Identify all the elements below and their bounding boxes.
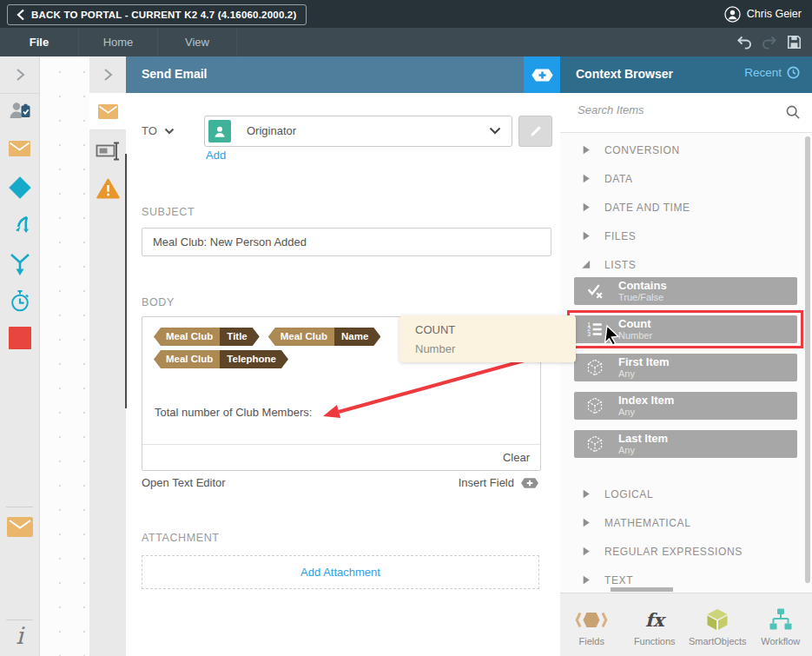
category-logical[interactable]: LOGICAL bbox=[560, 480, 812, 508]
category-label: REGULAR EXPRESSIONS bbox=[604, 546, 743, 558]
dock-tab-smartobjects[interactable]: SmartObjects bbox=[686, 603, 749, 646]
menu-tab-file[interactable]: File bbox=[0, 28, 79, 56]
undo-icon[interactable] bbox=[736, 34, 753, 51]
field-token[interactable]: Meal ClubName bbox=[268, 328, 381, 346]
user-task-icon[interactable] bbox=[0, 100, 39, 122]
category-data[interactable]: DATA bbox=[560, 164, 812, 193]
hexagon-plus-icon bbox=[520, 477, 539, 489]
function-subtitle: Any bbox=[618, 407, 635, 417]
category-label: LOGICAL bbox=[604, 488, 653, 500]
category-regular-expressions[interactable]: REGULAR EXPRESSIONS bbox=[560, 537, 812, 566]
category-mathematical[interactable]: MATHEMATICAL bbox=[560, 508, 812, 537]
redo-icon[interactable] bbox=[761, 34, 778, 51]
count-tooltip: COUNT Number bbox=[399, 315, 576, 362]
menu-tab-view[interactable]: View bbox=[158, 28, 237, 56]
menu-tab-home[interactable]: Home bbox=[79, 28, 158, 56]
expand-field-button[interactable] bbox=[524, 56, 560, 93]
category-label: DATA bbox=[604, 173, 633, 185]
recipient-dropdown[interactable]: Originator bbox=[204, 116, 512, 147]
field-token[interactable]: Meal ClubTitle bbox=[154, 328, 260, 346]
collapsed-triangle-icon bbox=[580, 143, 591, 156]
token-left: Meal Club bbox=[154, 328, 220, 346]
category-files[interactable]: FILES bbox=[560, 222, 812, 250]
warning-icon[interactable] bbox=[89, 178, 126, 199]
collapsed-triangle-icon bbox=[580, 229, 591, 242]
to-field-selector[interactable]: TO bbox=[142, 124, 175, 137]
split-icon[interactable] bbox=[0, 215, 39, 237]
category-lists[interactable]: LISTS bbox=[560, 250, 812, 279]
edit-recipient-button[interactable] bbox=[518, 116, 552, 147]
chevron-right-icon bbox=[101, 67, 115, 83]
token-left: Meal Club bbox=[268, 328, 334, 346]
collapsed-triangle-icon bbox=[580, 573, 591, 586]
attachment-label: ATTACHMENT bbox=[142, 532, 220, 544]
collapsed-triangle-icon bbox=[580, 487, 591, 500]
dock-tab-functions[interactable]: fxFunctions bbox=[624, 603, 687, 646]
add-attachment-button[interactable]: Add Attachment bbox=[142, 555, 539, 589]
expand-toolbox-button[interactable] bbox=[0, 56, 39, 94]
function-index-item[interactable]: Index ItemAny bbox=[574, 392, 797, 420]
search-bar bbox=[560, 93, 812, 133]
context-browser-panel: Context Browser Recent ContainsTrue/Fal bbox=[560, 56, 812, 656]
dock-label: SmartObjects bbox=[689, 636, 747, 646]
chevron-down-icon bbox=[164, 128, 175, 135]
step-tabs-rail bbox=[89, 56, 127, 656]
text-field-icon[interactable] bbox=[89, 141, 126, 162]
context-browser-title: Context Browser bbox=[576, 67, 673, 81]
category-text[interactable]: TEXT bbox=[560, 566, 812, 594]
search-input[interactable] bbox=[576, 103, 779, 117]
field-token[interactable]: Meal ClubTelephone bbox=[154, 350, 288, 368]
recent-button[interactable]: Recent bbox=[744, 66, 800, 79]
category-conversion[interactable]: CONVERSION bbox=[560, 136, 812, 164]
svg-text:1: 1 bbox=[587, 321, 591, 328]
menu-bar: FileHomeView bbox=[0, 28, 812, 56]
cube-icon bbox=[585, 358, 604, 377]
user-menu[interactable]: Chris Geier bbox=[724, 0, 802, 28]
info-icon[interactable]: i bbox=[0, 624, 39, 647]
design-canvas[interactable] bbox=[40, 56, 89, 656]
category-label: LISTS bbox=[604, 259, 636, 271]
function-subtitle: True/False bbox=[618, 292, 663, 302]
search-icon[interactable] bbox=[785, 104, 801, 120]
add-recipient-link[interactable]: Add bbox=[206, 149, 226, 162]
menu-tabs: FileHomeView bbox=[0, 28, 237, 56]
function-first-item[interactable]: First ItemAny bbox=[574, 354, 797, 381]
vertical-scrollbar[interactable] bbox=[805, 136, 810, 583]
decision-icon[interactable] bbox=[0, 176, 39, 200]
to-label: TO bbox=[142, 124, 157, 137]
expanded-triangle-icon bbox=[580, 259, 591, 270]
collapsed-triangle-icon bbox=[580, 201, 591, 214]
placeholder-icon[interactable] bbox=[0, 327, 39, 349]
open-text-editor-link[interactable]: Open Text Editor bbox=[142, 476, 226, 489]
save-icon[interactable] bbox=[786, 34, 803, 51]
back-to-portal-button[interactable]: BACK TO PORTAL - CURRENT K2 4.7 (4.16060… bbox=[7, 4, 307, 25]
dock-tab-fields[interactable]: Fields bbox=[560, 603, 624, 646]
insert-field-link[interactable]: Insert Field bbox=[459, 476, 539, 489]
function-title: Last Item bbox=[618, 432, 668, 445]
email-icon[interactable] bbox=[0, 141, 39, 156]
subject-label: SUBJECT bbox=[142, 206, 195, 218]
category-date-and-time[interactable]: DATE AND TIME bbox=[560, 193, 812, 222]
dock-tab-workflow[interactable]: Workflow bbox=[749, 603, 812, 646]
function-contains[interactable]: ContainsTrue/False bbox=[574, 277, 797, 305]
toolbox-divider bbox=[6, 507, 33, 507]
clear-link[interactable]: Clear bbox=[503, 451, 530, 464]
function-count[interactable]: 123CountNumber bbox=[574, 315, 797, 343]
menu-tab-label: View bbox=[185, 36, 209, 49]
bottom-dock: FieldsfxFunctionsSmartObjectsWorkflow bbox=[560, 593, 812, 656]
body-actions-row: Open Text Editor Insert Field bbox=[142, 476, 539, 489]
tab-email-step[interactable] bbox=[89, 93, 126, 130]
workflow-icon bbox=[769, 606, 793, 633]
workflow-toolbox-rail: i bbox=[0, 56, 40, 656]
back-label: BACK TO PORTAL - CURRENT K2 4.7 (4.16060… bbox=[31, 10, 297, 20]
function-last-item[interactable]: Last ItemAny bbox=[574, 430, 797, 458]
subject-input[interactable] bbox=[142, 228, 551, 256]
merge-icon[interactable] bbox=[0, 252, 39, 276]
back-chevron-icon bbox=[17, 9, 25, 21]
email-event-icon[interactable] bbox=[0, 517, 39, 537]
horizontal-scrollbar[interactable] bbox=[611, 587, 673, 592]
expand-steps-button[interactable] bbox=[89, 56, 126, 94]
timer-icon[interactable] bbox=[0, 289, 39, 313]
send-email-header: Send Email bbox=[126, 56, 560, 93]
recent-label: Recent bbox=[744, 66, 782, 79]
